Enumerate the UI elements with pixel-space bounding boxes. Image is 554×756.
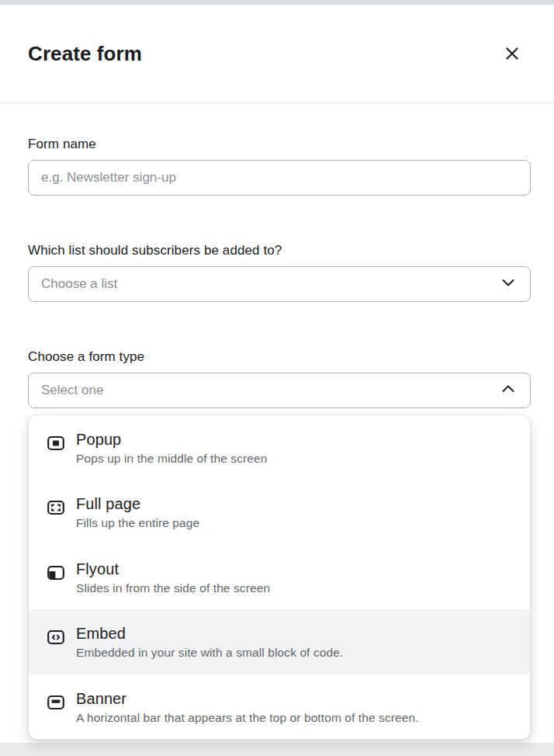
option-description: Pops up in the middle of the screen [76, 450, 267, 467]
form-type-option-embed[interactable]: Embed Embedded in your site with a small… [29, 609, 530, 674]
option-title: Banner [76, 688, 419, 709]
popup-icon [47, 435, 64, 451]
form-name-field-group: Form name [28, 137, 531, 196]
option-title: Full page [76, 493, 199, 515]
x-icon [502, 43, 522, 64]
chevron-up-icon [499, 380, 518, 402]
form-name-label: Form name [28, 137, 531, 152]
subscriber-list-select[interactable]: Choose a list [28, 266, 531, 302]
form-type-option-full-page[interactable]: Full page Fills up the entire page [29, 480, 530, 544]
modal-header: Create form [0, 5, 554, 103]
form-type-option-banner[interactable]: Banner A horizontal bar that appears at … [29, 675, 530, 739]
full-page-icon [47, 500, 64, 515]
subscriber-list-field-group: Which list should subscribers be added t… [28, 243, 531, 302]
create-form-modal: Create form Form name Which list should … [0, 0, 554, 740]
modal-title: Create form [28, 42, 142, 66]
option-description: Slides in from the side of the screen [76, 580, 270, 597]
form-type-option-popup[interactable]: Popup Pops up in the middle of the scree… [29, 415, 530, 480]
page-background-bottom [0, 743, 554, 756]
option-title: Embed [76, 622, 343, 644]
banner-icon [47, 695, 64, 710]
create-form-modal-screen: Create form Form name Which list should … [0, 0, 554, 756]
subscriber-list-selected-value: Choose a list [41, 276, 117, 292]
option-description: A horizontal bar that appears at the top… [76, 709, 419, 727]
page-background-top [0, 0, 554, 5]
form-type-selected-value: Select one [41, 383, 103, 398]
modal-body: Form name Which list should subscribers … [0, 103, 554, 740]
form-type-field-group: Choose a form type Select one [28, 349, 531, 408]
embed-icon [47, 629, 64, 645]
option-description: Fills up the entire page [76, 515, 199, 532]
flyout-icon [47, 565, 64, 581]
option-title: Popup [76, 428, 267, 450]
chevron-down-icon [499, 273, 518, 296]
form-type-label: Choose a form type [28, 349, 531, 365]
option-title: Flyout [76, 558, 270, 580]
subscriber-list-label: Which list should subscribers be added t… [28, 243, 531, 258]
option-description: Embedded in your site with a small block… [76, 644, 343, 661]
form-type-select[interactable]: Select one [28, 373, 531, 408]
form-name-input[interactable] [28, 160, 531, 196]
form-type-dropdown-panel: Popup Pops up in the middle of the scree… [28, 414, 531, 740]
close-button[interactable] [500, 41, 525, 66]
form-type-option-flyout[interactable]: Flyout Slides in from the side of the sc… [29, 545, 530, 609]
